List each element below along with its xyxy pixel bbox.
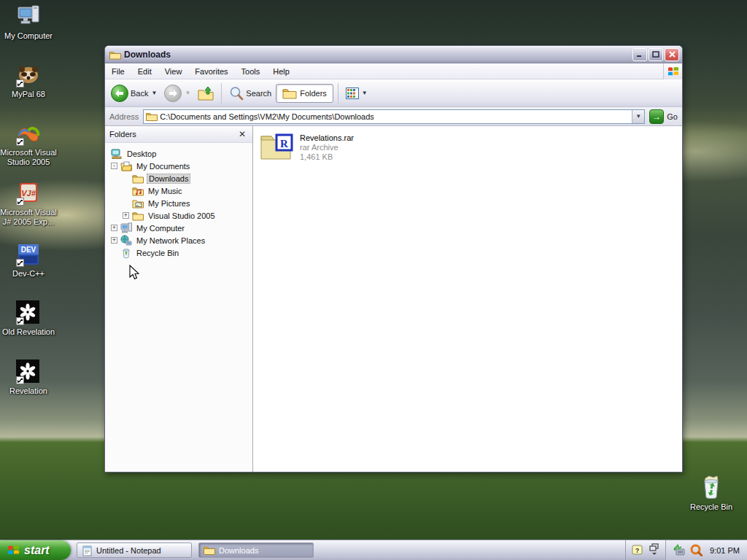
- forward-dropdown-icon[interactable]: ▼: [185, 90, 190, 96]
- safely-remove-hardware-icon[interactable]: [673, 544, 686, 556]
- task-button-notepad[interactable]: Untitled - Notepad: [77, 542, 192, 558]
- shortcut-arrow-icon: [16, 138, 24, 146]
- go-button[interactable]: → Go: [649, 109, 678, 124]
- desktop-icon-mypal[interactable]: MyPal 68: [0, 63, 57, 99]
- devcpp-icon: DEV: [16, 242, 41, 267]
- my-computer-icon: [120, 222, 132, 234]
- taskbar-clock: 9:01 PM: [707, 546, 740, 555]
- shortcut-arrow-icon: [16, 198, 24, 206]
- shortcut-arrow-icon: [16, 376, 24, 384]
- folders-icon: [282, 88, 297, 99]
- task-button-label: Downloads: [219, 546, 258, 555]
- desktop-icon-my-computer[interactable]: My Computer: [0, 4, 57, 41]
- address-bar: Address ▼ → Go: [105, 107, 682, 126]
- tree-label: My Pictures: [147, 199, 191, 208]
- address-dropdown-icon[interactable]: ▼: [632, 110, 644, 123]
- mypal-icon: [16, 63, 41, 88]
- folder-tree: Desktop - My Documents: [105, 143, 252, 259]
- menu-edit[interactable]: Edit: [131, 65, 158, 78]
- minimize-button[interactable]: [632, 48, 647, 61]
- desktop-icon-label: Microsoft Visual Studio 2005: [0, 148, 57, 167]
- my-music-icon: [132, 185, 144, 197]
- notepad-icon: [82, 545, 93, 556]
- explorer-window: Downloads File Edit View Favorites Tools…: [104, 45, 683, 472]
- views-dropdown-icon[interactable]: ▼: [362, 90, 368, 96]
- desktop-icon-old-revelation[interactable]: Old Revelation: [0, 300, 57, 337]
- tree-item-my-network-places[interactable]: + My Network Places: [105, 234, 252, 246]
- mypal-tray-icon[interactable]: [690, 544, 703, 556]
- start-label: start: [24, 544, 50, 557]
- file-size: 1,461 KB: [300, 152, 354, 162]
- tree-item-my-computer[interactable]: + My Computer: [105, 222, 252, 234]
- folders-button[interactable]: Folders: [276, 84, 333, 103]
- expand-icon[interactable]: +: [111, 237, 117, 244]
- desktop-icon-label: Old Revelation: [0, 327, 57, 337]
- back-dropdown-icon[interactable]: ▼: [151, 90, 157, 96]
- tree-item-downloads[interactable]: Downloads: [105, 172, 252, 184]
- expand-icon[interactable]: +: [111, 225, 117, 231]
- language-bar: ?: [625, 540, 665, 560]
- menu-view[interactable]: View: [158, 65, 189, 78]
- back-button[interactable]: Back ▼: [108, 83, 160, 104]
- menu-tools[interactable]: Tools: [235, 65, 267, 78]
- address-field[interactable]: ▼: [143, 109, 645, 124]
- address-input[interactable]: [160, 112, 632, 121]
- my-network-places-icon: [120, 235, 132, 246]
- folder-icon: [204, 545, 215, 555]
- tree-item-my-music[interactable]: My Music: [105, 184, 252, 197]
- window-titlebar[interactable]: Downloads: [105, 46, 682, 63]
- folder-icon: [109, 50, 121, 60]
- svg-text:?: ?: [635, 546, 640, 553]
- desktop-icon-visual-jsharp[interactable]: VJ# Microsoft Visual J# 2005 Exp...: [0, 181, 57, 227]
- search-button[interactable]: Search: [226, 85, 274, 102]
- maximize-button[interactable]: [649, 48, 663, 61]
- tree-label: My Computer: [135, 224, 186, 233]
- forward-icon: [164, 85, 182, 102]
- desktop-icon-label: Revelation: [0, 386, 57, 396]
- tree-item-my-pictures[interactable]: My Pictures: [105, 197, 252, 209]
- toolbar-separator: [221, 83, 222, 104]
- desktop-icon-visual-studio[interactable]: Microsoft Visual Studio 2005: [0, 121, 57, 167]
- folder-icon: [132, 210, 144, 222]
- collapse-icon[interactable]: -: [111, 163, 117, 169]
- go-arrow-icon: →: [649, 109, 664, 124]
- menu-file[interactable]: File: [105, 65, 131, 78]
- windows-logo-icon: [663, 63, 682, 79]
- shortcut-arrow-icon: [16, 79, 24, 88]
- svg-text:VJ#: VJ#: [21, 189, 36, 198]
- folders-pane-close-icon[interactable]: ✕: [236, 129, 248, 139]
- recycle-bin-icon: [699, 475, 724, 500]
- toolbar-separator: [338, 83, 338, 104]
- desktop-icon-devcpp[interactable]: DEV Dev-C++: [0, 242, 57, 279]
- close-button[interactable]: [665, 48, 679, 61]
- task-button-downloads[interactable]: Downloads: [198, 542, 314, 558]
- folders-pane: Folders ✕ Desktop -: [105, 126, 253, 472]
- help-icon[interactable]: ?: [632, 545, 643, 556]
- my-pictures-icon: [132, 198, 144, 209]
- menu-help[interactable]: Help: [266, 65, 296, 78]
- folder-icon: [146, 112, 158, 121]
- tree-item-desktop[interactable]: Desktop: [105, 147, 252, 160]
- start-button[interactable]: start: [0, 540, 71, 560]
- tree-item-recycle-bin[interactable]: Recycle Bin: [105, 246, 252, 259]
- expand-icon[interactable]: +: [123, 212, 129, 219]
- menu-favorites[interactable]: Favorites: [188, 65, 234, 78]
- shortcut-arrow-icon: [16, 317, 24, 325]
- tree-label: Desktop: [125, 149, 158, 158]
- up-button[interactable]: [195, 85, 217, 102]
- rar-archive-icon: R: [260, 132, 294, 160]
- file-item-revelations-rar[interactable]: R Revelations.rar rar Archive 1,461 KB: [260, 132, 354, 162]
- tree-item-visual-studio-2005[interactable]: + Visual Studio 2005: [105, 209, 252, 222]
- window-title: Downloads: [124, 50, 632, 60]
- views-button[interactable]: ▼: [343, 86, 371, 101]
- language-bar-restore-icon[interactable]: [649, 543, 659, 558]
- desktop-icon-revelation[interactable]: Revelation: [0, 359, 57, 396]
- tree-label: My Documents: [135, 162, 191, 171]
- desktop-icon-label: My Computer: [0, 31, 57, 41]
- desktop-icon-recycle-bin[interactable]: Recycle Bin: [684, 475, 738, 512]
- search-label: Search: [246, 89, 271, 98]
- forward-button[interactable]: ▼: [161, 83, 193, 104]
- file-type: rar Archive: [300, 143, 354, 152]
- tree-item-my-documents[interactable]: - My Documents: [105, 160, 252, 172]
- toolbar: Back ▼ ▼ Search: [105, 79, 682, 107]
